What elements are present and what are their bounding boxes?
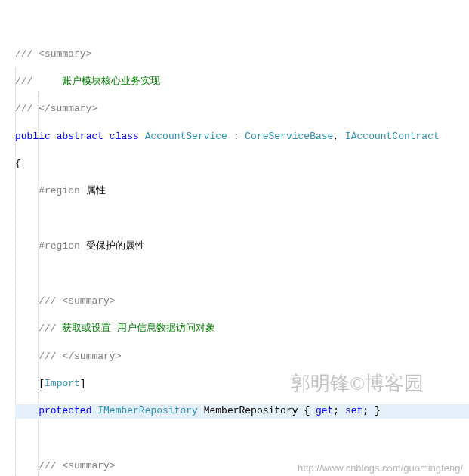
code-editor[interactable]: /// <summary> /// 账户模块核心业务实现 /// </summa… — [0, 0, 469, 476]
region: #region — [39, 185, 80, 196]
plain: ; } — [363, 405, 380, 416]
keyword: set — [345, 405, 363, 416]
bracket: [ — [39, 378, 45, 389]
region: #region — [39, 240, 80, 252]
code-line-highlighted: protected IMemberRepository MemberReposi… — [15, 404, 469, 418]
code-line: public abstract class AccountService : C… — [15, 130, 469, 144]
plain: ; — [333, 405, 345, 416]
plain: , — [333, 131, 345, 142]
code-line: /// <summary> — [15, 295, 469, 308]
keyword: protected — [39, 405, 91, 416]
type-name: IMemberRepository — [97, 405, 198, 416]
code-line — [15, 432, 469, 446]
brace: { — [15, 158, 21, 169]
attribute: Import — [45, 378, 80, 389]
code-line: /// 账户模块核心业务实现 — [15, 75, 469, 88]
xml-doc: /// — [39, 323, 62, 334]
code-line — [15, 212, 469, 226]
code-line: /// </summary> — [15, 102, 469, 116]
code-line — [15, 267, 469, 281]
xml-doc: /// — [15, 76, 62, 87]
keyword: class — [110, 131, 139, 142]
code-line: [Import] — [15, 377, 469, 391]
keyword: public — [15, 131, 51, 142]
xml-doc: /// </summary> — [15, 103, 97, 114]
code-line: { — [15, 157, 469, 171]
code-line: #region 受保护的属性 — [15, 240, 469, 253]
code-line: /// <summary> — [15, 459, 469, 473]
type-name: AccountService — [145, 131, 227, 142]
keyword: abstract — [57, 131, 103, 142]
xml-doc: /// <summary> — [39, 460, 115, 471]
keyword: get — [316, 405, 333, 416]
xml-doc-text: 获取或设置 用户信息数据访问对象 — [62, 323, 215, 334]
plain: MemberRepository { — [198, 405, 316, 416]
code-line: /// 获取或设置 用户信息数据访问对象 — [15, 322, 469, 335]
bracket: ] — [80, 378, 86, 389]
code-line: #region 属性 — [15, 184, 469, 198]
region-name: 受保护的属性 — [80, 240, 145, 252]
xml-doc: /// <summary> — [15, 48, 91, 60]
type-name: CoreServiceBase — [245, 131, 333, 142]
region-name: 属性 — [80, 185, 106, 196]
xml-doc-text: 账户模块核心业务实现 — [62, 76, 160, 87]
plain: : — [227, 131, 245, 142]
xml-doc: /// <summary> — [39, 295, 115, 307]
xml-doc: /// </summary> — [39, 351, 121, 362]
code-line: /// <summary> — [15, 48, 469, 61]
type-name: IAccountContract — [345, 131, 440, 142]
code-line: /// </summary> — [15, 350, 469, 363]
